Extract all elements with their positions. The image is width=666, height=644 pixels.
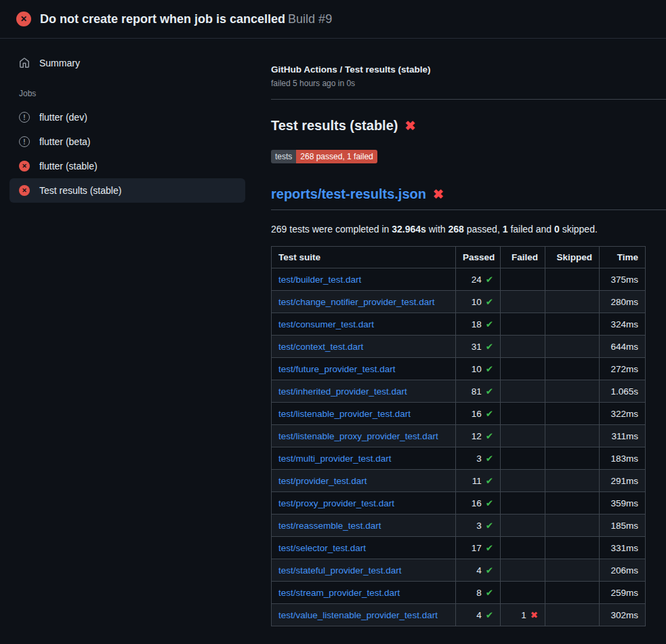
passed-count: 8	[476, 588, 482, 598]
skipped-cell	[545, 268, 600, 291]
column-header-skipped: Skipped	[545, 247, 600, 268]
summary-line: 269 tests were completed in 32.964s with…	[271, 224, 645, 235]
summary-text: failed and	[508, 224, 555, 235]
test-suite-link[interactable]: test/builder_test.dart	[278, 275, 361, 285]
test-suite-link[interactable]: test/listenable_provider_test.dart	[278, 409, 411, 419]
table-row: test/listenable_proxy_provider_test.dart…	[272, 425, 646, 447]
failed-cell: ✖	[501, 492, 545, 515]
skipped-cell	[545, 604, 600, 626]
passed-cell: 16✔	[456, 403, 501, 425]
sidebar-item-summary[interactable]: Summary	[9, 51, 245, 75]
time-cell: 302ms	[600, 604, 646, 626]
table-row: test/stream_provider_test.dart 8✔ ✖ 259m…	[272, 582, 646, 604]
time-cell: 291ms	[600, 470, 646, 492]
check-icon: ✔	[486, 565, 493, 576]
passed-cell: 16✔	[456, 492, 501, 515]
passed-count: 10	[472, 297, 482, 307]
report-link[interactable]: reports/test-results.json	[271, 186, 426, 202]
failed-cell: ✖	[501, 336, 545, 358]
test-suite-link[interactable]: test/provider_test.dart	[278, 476, 367, 486]
passed-count: 10	[472, 364, 482, 374]
sidebar: Summary Jobs ! flutter (dev) ! flutter (…	[0, 39, 255, 203]
failed-cell: ✖	[501, 380, 545, 403]
summary-skipped-count: 0	[554, 224, 560, 235]
test-suite-link[interactable]: test/context_test.dart	[278, 342, 363, 352]
build-header: ✕ Do not create report when job is cance…	[0, 0, 666, 39]
passed-count: 31	[472, 342, 482, 352]
passed-count: 4	[476, 565, 482, 576]
passed-count: 17	[472, 543, 482, 553]
test-suite-link[interactable]: test/change_notifier_provider_test.dart	[278, 297, 434, 307]
table-row: test/consumer_test.dart 18✔ ✖ 324ms	[272, 313, 646, 336]
x-circle-fill-icon: ✕	[19, 161, 30, 172]
sidebar-job-item[interactable]: ! flutter (dev)	[9, 105, 245, 129]
passed-count: 24	[472, 275, 482, 285]
passed-cell: 81✔	[456, 380, 501, 403]
test-suite-cell: test/inherited_provider_test.dart	[272, 380, 456, 403]
test-suite-cell: test/change_notifier_provider_test.dart	[272, 291, 456, 313]
summary-text: skipped.	[560, 224, 598, 235]
test-suite-link[interactable]: test/proxy_provider_test.dart	[278, 498, 394, 508]
test-suite-link[interactable]: test/value_listenable_provider_test.dart	[278, 610, 438, 620]
table-row: test/builder_test.dart 24✔ ✖ 375ms	[272, 268, 646, 291]
home-icon	[19, 58, 30, 68]
test-suite-cell: test/listenable_provider_test.dart	[272, 403, 456, 425]
test-suite-link[interactable]: test/inherited_provider_test.dart	[278, 386, 407, 397]
build-title: Do not create report when job is cancell…	[40, 12, 332, 26]
table-row: test/context_test.dart 31✔ ✖ 644ms	[272, 336, 646, 358]
summary-text: with	[426, 224, 449, 235]
test-suite-link[interactable]: test/reassemble_test.dart	[278, 521, 381, 531]
column-header-test-suite: Test suite	[272, 247, 456, 268]
table-row: test/provider_test.dart 11✔ ✖ 291ms	[272, 470, 646, 492]
failed-cell: ✖	[501, 559, 545, 582]
time-cell: 183ms	[600, 447, 646, 470]
test-suite-link[interactable]: test/selector_test.dart	[278, 543, 366, 553]
failed-cell: ✖	[501, 470, 545, 492]
table-row: test/future_provider_test.dart 10✔ ✖ 272…	[272, 358, 646, 380]
column-header-failed: Failed	[501, 247, 545, 268]
time-cell: 259ms	[600, 582, 646, 604]
time-cell: 359ms	[600, 492, 646, 515]
badge-label: tests	[271, 150, 296, 163]
test-suite-link[interactable]: test/multi_provider_test.dart	[278, 454, 392, 464]
time-cell: 322ms	[600, 403, 646, 425]
check-icon: ✔	[486, 454, 493, 464]
tests-badge: tests 268 passed, 1 failed	[271, 150, 377, 163]
passed-cell: 10✔	[456, 358, 501, 380]
summary-duration: 32.964s	[392, 224, 426, 235]
alert-circle-icon: !	[19, 136, 30, 147]
check-icon: ✔	[486, 610, 493, 620]
cross-icon: ✖	[530, 610, 538, 620]
table-row: test/value_listenable_provider_test.dart…	[272, 604, 646, 626]
passed-count: 16	[472, 409, 482, 419]
sidebar-job-item[interactable]: ✕ Test results (stable)	[9, 178, 245, 203]
passed-cell: 10✔	[456, 291, 501, 313]
check-icon: ✔	[486, 297, 493, 307]
test-suite-link[interactable]: test/future_provider_test.dart	[278, 364, 396, 374]
passed-cell: 12✔	[456, 425, 501, 447]
app: ✕ Do not create report when job is cance…	[0, 0, 666, 640]
summary-passed-count: 268	[449, 224, 464, 235]
test-results-table: Test suite Passed Failed Skipped Time te…	[271, 246, 646, 626]
skipped-cell	[545, 313, 600, 336]
divider	[271, 99, 666, 100]
passed-cell: 4✔	[456, 604, 501, 626]
table-row: test/listenable_provider_test.dart 16✔ ✖…	[272, 403, 646, 425]
check-icon: ✔	[486, 364, 493, 374]
sidebar-job-label: Test results (stable)	[39, 185, 121, 196]
time-cell: 375ms	[600, 268, 646, 291]
test-suite-link[interactable]: test/stateful_provider_test.dart	[278, 565, 402, 576]
failed-cell: ✖	[501, 515, 545, 537]
failed-x-icon: ✖	[433, 188, 444, 201]
test-suite-link[interactable]: test/listenable_proxy_provider_test.dart	[278, 431, 438, 441]
section-title: Test results (stable) ✖	[271, 118, 645, 134]
summary-text: 269 tests were completed in	[271, 224, 392, 235]
time-cell: 185ms	[600, 515, 646, 537]
table-row: test/proxy_provider_test.dart 16✔ ✖ 359m…	[272, 492, 646, 515]
check-icon: ✔	[486, 275, 493, 285]
test-suite-link[interactable]: test/consumer_test.dart	[278, 319, 374, 329]
sidebar-job-item[interactable]: ! flutter (beta)	[9, 129, 245, 154]
test-suite-link[interactable]: test/stream_provider_test.dart	[278, 588, 400, 598]
time-cell: 206ms	[600, 559, 646, 582]
sidebar-job-item[interactable]: ✕ flutter (stable)	[9, 154, 245, 178]
